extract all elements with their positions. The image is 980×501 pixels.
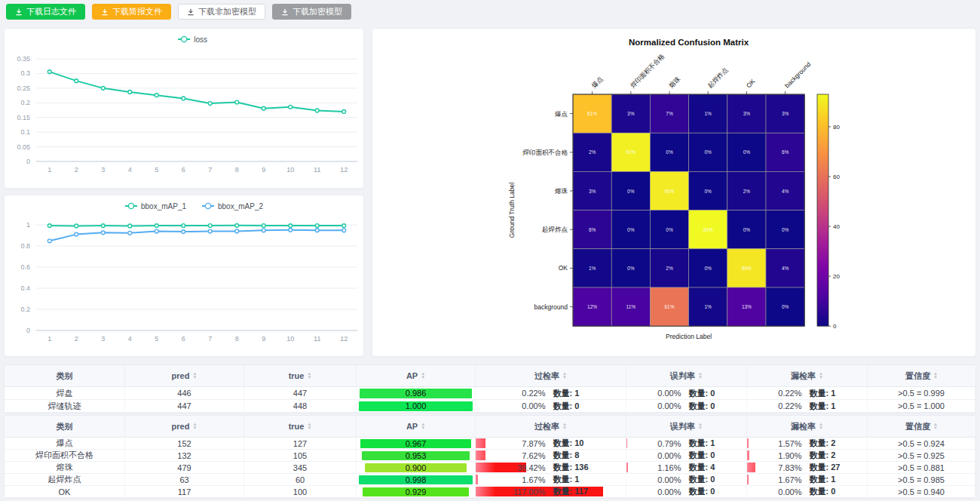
sort-caret-icon[interactable]: ▲▼ <box>307 372 311 380</box>
column-header-true[interactable]: true▲▼ <box>244 365 357 387</box>
misjudge-count: 数量: 4 <box>689 462 733 473</box>
x-axis-tick-label: 4 <box>128 166 132 174</box>
confidence-cell: >0.5 = 0.999 <box>868 387 975 400</box>
column-header-overdetect[interactable]: 过检率▲▼ <box>476 365 626 387</box>
sort-caret-icon[interactable]: ▲▼ <box>421 423 425 430</box>
column-header-label: pred <box>172 422 190 431</box>
column-header-confidence[interactable]: 置信度▲▼ <box>868 365 975 387</box>
confusion-matrix-card: Normalized Confusion Matrix81%3%7%1%3%3%… <box>372 28 976 357</box>
sort-caret-icon[interactable]: ▲▼ <box>307 423 311 430</box>
category-value: 起焊炸点 <box>48 474 81 485</box>
sort-caret-icon[interactable]: ▲▼ <box>933 423 938 430</box>
legend-item-loss[interactable]: loss <box>178 35 207 44</box>
matrix-x-axis-title: Prediction Label <box>666 333 712 340</box>
matrix-column-label: 爆点 <box>590 75 605 89</box>
column-header-cat: 类别 <box>5 416 125 438</box>
column-header-pred[interactable]: pred▲▼ <box>125 365 244 387</box>
pred-cell: 152 <box>125 438 244 450</box>
x-axis-tick-label: 4 <box>128 335 132 343</box>
column-header-miss[interactable]: 漏检率▲▼ <box>747 365 868 387</box>
x-axis-tick-label: 10 <box>286 166 294 174</box>
column-header-miss[interactable]: 漏检率▲▼ <box>747 416 868 438</box>
column-header-ap[interactable]: AP▲▼ <box>357 416 476 438</box>
sort-caret-icon[interactable]: ▲▼ <box>819 423 823 430</box>
sort-caret-icon[interactable]: ▲▼ <box>562 423 567 430</box>
true-cell: 448 <box>244 400 357 413</box>
ap-bar: 0.998 <box>359 475 473 484</box>
misjudge-rate-bar <box>626 438 627 448</box>
y-axis-tick-label: 0.2 <box>20 99 30 106</box>
download-log-button[interactable]: 下载日志文件 <box>6 4 85 20</box>
matrix-row-label: 起焊炸点 <box>542 226 568 233</box>
x-axis-tick-label: 1 <box>47 166 51 174</box>
sort-caret-icon[interactable]: ▲▼ <box>698 372 703 380</box>
miss-cell: 1.90%数量: 2 <box>747 450 868 462</box>
y-axis-tick-label: 0.15 <box>17 114 30 121</box>
sort-caret-icon[interactable]: ▲▼ <box>819 372 823 380</box>
matrix-cell-value: 0% <box>666 227 673 232</box>
misjudge-cell: 0.00%数量: 0 <box>626 400 747 413</box>
miss-count: 数量: 27 <box>810 462 853 473</box>
overdetect-rate-bar <box>476 450 485 460</box>
matrix-column-label: 焊印面积不合格 <box>628 52 666 90</box>
miss-count: 数量: 2 <box>810 450 853 461</box>
y-axis-tick-label: 0 <box>26 327 30 334</box>
misjudge-cell: 0.00%数量: 0 <box>626 450 747 462</box>
sort-caret-icon[interactable]: ▲▼ <box>421 372 425 380</box>
confidence-value: >0.5 = 0.881 <box>898 463 945 472</box>
overdetect-cell: 7.62%数量: 8 <box>476 450 626 462</box>
ap-bar: 0.967 <box>360 439 470 448</box>
column-header-overdetect[interactable]: 过检率▲▼ <box>476 416 626 438</box>
matrix-cell-value: 4% <box>782 266 789 271</box>
y-axis-tick-label: 0.6 <box>20 263 30 271</box>
matrix-row-label: OK <box>559 264 568 272</box>
miss-percent: 7.83% <box>761 463 802 472</box>
column-header-label: 漏检率 <box>791 421 816 432</box>
defect-metrics-table: 类别pred▲▼true▲▼AP▲▼过检率▲▼误判率▲▼漏检率▲▼置信度▲▼爆点… <box>4 415 976 499</box>
column-header-pred[interactable]: pred▲▼ <box>125 416 244 438</box>
category-value: 焊盘 <box>57 388 73 399</box>
legend-item-bbox_mAP_2[interactable]: bbox_mAP_2 <box>202 202 263 211</box>
x-axis-tick-label: 12 <box>340 335 348 343</box>
category-cell: 起焊炸点 <box>5 474 125 486</box>
column-header-label: true <box>289 371 305 380</box>
matrix-cell-value: 3% <box>589 189 596 194</box>
column-header-label: 类别 <box>57 370 73 382</box>
sort-caret-icon[interactable]: ▲▼ <box>933 372 938 380</box>
x-axis-tick-label: 5 <box>155 335 158 343</box>
legend-item-bbox_mAP_1[interactable]: bbox_mAP_1 <box>125 202 186 211</box>
overdetect-percent: 39.42% <box>505 463 546 472</box>
download-brief-button[interactable]: 下载简报文件 <box>92 4 171 20</box>
matrix-column-label: 熔珠 <box>667 75 681 89</box>
column-header-true[interactable]: true▲▼ <box>244 416 357 438</box>
x-axis-tick-label: 7 <box>208 335 212 343</box>
misjudge-cell: 1.16%数量: 4 <box>626 462 747 474</box>
category-value: OK <box>59 487 71 496</box>
matrix-y-axis-title: Ground Truth Label <box>508 183 516 238</box>
download-encrypted-model-button[interactable]: 下载加密模型 <box>272 4 351 20</box>
sort-caret-icon[interactable]: ▲▼ <box>192 372 197 380</box>
ap-cell: 0.998 <box>357 474 476 486</box>
miss-count: 数量: 1 <box>810 401 853 412</box>
colorbar-tick-label: 80 <box>833 124 840 131</box>
column-header-ap[interactable]: AP▲▼ <box>357 365 476 387</box>
column-header-misjudge[interactable]: 误判率▲▼ <box>626 416 747 438</box>
overdetect-cell: 117.00%数量: 117 <box>476 486 626 498</box>
column-header-label: 过检率 <box>534 421 559 432</box>
miss-percent: 1.57% <box>761 439 802 448</box>
miss-cell: 1.57%数量: 2 <box>747 438 868 450</box>
miss-rate-bar <box>747 475 749 484</box>
matrix-cell-value: 90% <box>664 189 674 194</box>
download-plain-model-button[interactable]: 下载非加密模型 <box>178 4 265 20</box>
column-header-confidence[interactable]: 置信度▲▼ <box>868 416 975 438</box>
sort-caret-icon[interactable]: ▲▼ <box>562 372 567 380</box>
column-header-misjudge[interactable]: 误判率▲▼ <box>626 365 747 387</box>
x-axis-tick-label: 9 <box>262 166 265 174</box>
x-axis-tick-label: 9 <box>262 335 265 343</box>
matrix-cell-value: 12% <box>587 304 597 309</box>
column-header-label: 误判率 <box>670 421 695 432</box>
sort-caret-icon[interactable]: ▲▼ <box>698 423 703 430</box>
sort-caret-icon[interactable]: ▲▼ <box>192 423 197 430</box>
y-axis-tick-label: 0.2 <box>20 306 30 313</box>
miss-percent: 1.90% <box>761 451 802 460</box>
